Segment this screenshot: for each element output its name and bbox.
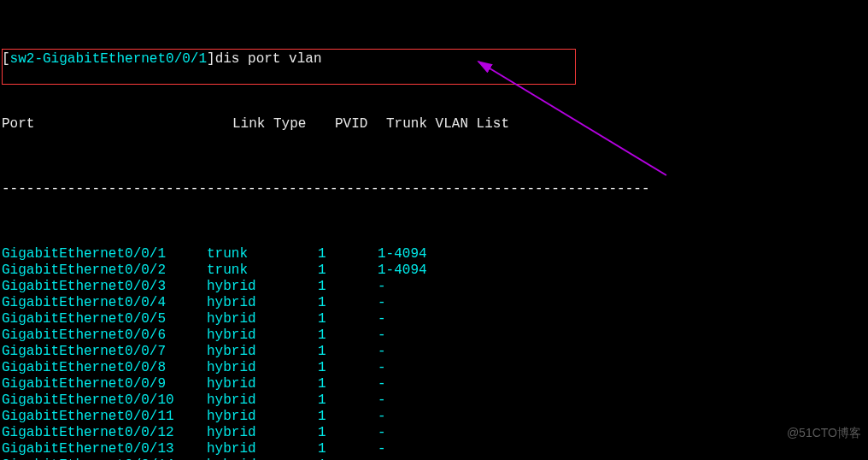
cell-link-type: hybrid <box>207 360 318 376</box>
divider-line: ----------------------------------------… <box>2 181 866 198</box>
cell-pvid: 1 <box>318 392 378 409</box>
cell-pvid: 1 <box>318 441 378 457</box>
table-row: GigabitEthernet0/0/12hybrid1- <box>2 425 866 441</box>
cell-link-type: hybrid <box>207 311 318 327</box>
cell-link-type: trunk <box>207 246 318 262</box>
cell-port: GigabitEthernet0/0/11 <box>2 409 207 425</box>
cell-pvid: 1 <box>318 376 378 392</box>
cell-pvid: 1 <box>318 327 378 344</box>
cell-trunk-vlan-list: - <box>378 376 386 392</box>
terminal-output[interactable]: [sw2-GigabitEthernet0/0/1]dis port vlan … <box>0 0 868 460</box>
cell-pvid: 1 <box>318 262 378 279</box>
cell-link-type: hybrid <box>207 295 318 311</box>
cell-link-type: hybrid <box>207 392 318 409</box>
table-row: GigabitEthernet0/0/10hybrid1- <box>2 392 866 409</box>
cell-pvid: 1 <box>318 311 378 327</box>
cell-trunk-vlan-list: - <box>378 279 386 295</box>
cell-trunk-vlan-list: - <box>378 344 386 360</box>
cell-trunk-vlan-list: - <box>378 409 386 425</box>
table-row: GigabitEthernet0/0/13hybrid1- <box>2 441 866 457</box>
cell-trunk-vlan-list: 1-4094 <box>378 262 427 279</box>
cell-link-type: hybrid <box>207 376 318 392</box>
cell-trunk-vlan-list: - <box>378 425 386 441</box>
cell-port: GigabitEthernet0/0/3 <box>2 279 207 295</box>
cell-port: GigabitEthernet0/0/4 <box>2 295 207 311</box>
table-header: PortLink TypePVIDTrunk VLAN List <box>2 116 866 133</box>
cell-port: GigabitEthernet0/0/13 <box>2 441 207 457</box>
cell-pvid: 1 <box>318 246 378 262</box>
cell-port: GigabitEthernet0/0/10 <box>2 392 207 409</box>
prompt-bracket-open: [ <box>2 51 10 67</box>
col-header-port: Port <box>2 116 232 133</box>
cell-link-type: hybrid <box>207 425 318 441</box>
watermark-label: @51CTO博客 <box>787 425 861 441</box>
cell-trunk-vlan-list: - <box>378 392 386 409</box>
table-row: GigabitEthernet0/0/1trunk11-4094 <box>2 246 866 262</box>
cell-pvid: 1 <box>318 295 378 311</box>
cell-pvid: 1 <box>318 344 378 360</box>
prompt-bracket-close: ] <box>207 51 215 67</box>
col-header-link-type: Link Type <box>232 116 335 133</box>
cell-port: GigabitEthernet0/0/8 <box>2 360 207 376</box>
cell-port: GigabitEthernet0/0/1 <box>2 246 207 262</box>
cell-trunk-vlan-list: - <box>378 295 386 311</box>
cell-pvid: 1 <box>318 425 378 441</box>
col-header-trunk-vlan-list: Trunk VLAN List <box>386 116 509 133</box>
cell-trunk-vlan-list: - <box>378 441 386 457</box>
table-row: GigabitEthernet0/0/7hybrid1- <box>2 344 866 360</box>
cell-pvid: 1 <box>318 409 378 425</box>
cell-trunk-vlan-list: - <box>378 311 386 327</box>
cell-trunk-vlan-list: 1-4094 <box>378 246 427 262</box>
table-body: GigabitEthernet0/0/1trunk11-4094GigabitE… <box>2 246 866 460</box>
prompt-context: sw2-GigabitEthernet0/0/1 <box>10 51 207 67</box>
table-row: GigabitEthernet0/0/8hybrid1- <box>2 360 866 376</box>
table-row: GigabitEthernet0/0/2trunk11-4094 <box>2 262 866 279</box>
cell-port: GigabitEthernet0/0/12 <box>2 425 207 441</box>
command-text: dis port vlan <box>215 51 322 67</box>
cell-port: GigabitEthernet0/0/7 <box>2 344 207 360</box>
table-row: GigabitEthernet0/0/4hybrid1- <box>2 295 866 311</box>
cell-port: GigabitEthernet0/0/5 <box>2 311 207 327</box>
cell-port: GigabitEthernet0/0/2 <box>2 262 207 279</box>
cell-link-type: hybrid <box>207 279 318 295</box>
table-row: GigabitEthernet0/0/9hybrid1- <box>2 376 866 392</box>
table-row: GigabitEthernet0/0/3hybrid1- <box>2 279 866 295</box>
cell-pvid: 1 <box>318 360 378 376</box>
cell-port: GigabitEthernet0/0/9 <box>2 376 207 392</box>
table-row: GigabitEthernet0/0/5hybrid1- <box>2 311 866 327</box>
prompt-line: [sw2-GigabitEthernet0/0/1]dis port vlan <box>2 51 866 68</box>
cell-link-type: hybrid <box>207 409 318 425</box>
col-header-pvid: PVID <box>335 116 386 133</box>
cell-link-type: trunk <box>207 262 318 279</box>
cell-trunk-vlan-list: - <box>378 327 386 344</box>
cell-link-type: hybrid <box>207 344 318 360</box>
cell-link-type: hybrid <box>207 327 318 344</box>
cell-pvid: 1 <box>318 279 378 295</box>
table-row: GigabitEthernet0/0/11hybrid1- <box>2 409 866 425</box>
cell-trunk-vlan-list: - <box>378 360 386 376</box>
cell-port: GigabitEthernet0/0/6 <box>2 327 207 344</box>
table-row: GigabitEthernet0/0/6hybrid1- <box>2 327 866 344</box>
cell-link-type: hybrid <box>207 441 318 457</box>
